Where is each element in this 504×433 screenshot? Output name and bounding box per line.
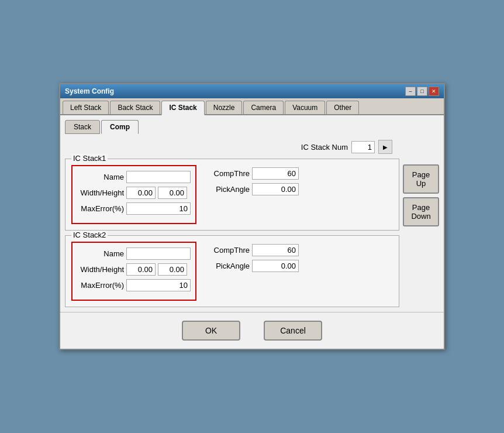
ic-stack-num-row: IC Stack Num ▶ (65, 140, 439, 154)
sub-tab-comp[interactable]: Comp (101, 120, 139, 134)
ic-stack2-maxerror-label: MaxError(%) (77, 281, 124, 290)
ic-stack2-group: IC Stack2 Name Width/Height (65, 235, 399, 307)
ic-stack1-height-input[interactable] (158, 187, 187, 199)
tab-left-stack[interactable]: Left Stack (63, 101, 109, 114)
tab-ic-stack[interactable]: IC Stack (161, 101, 204, 115)
main-window: System Config – □ ✕ Left Stack Back Stac… (59, 83, 445, 350)
ic-stack1-pickangle-label: PickAngle (206, 185, 250, 194)
ic-stack2-wh-label: Width/Height (77, 265, 124, 274)
bottom-bar: OK Cancel (60, 312, 444, 349)
window-title: System Config (65, 87, 114, 95)
ic-stack2-compthre-input[interactable] (252, 244, 299, 256)
tab-nozzle[interactable]: Nozzle (206, 101, 243, 114)
sub-tab-stack[interactable]: Stack (65, 120, 100, 134)
title-bar-controls: – □ ✕ (405, 87, 439, 96)
ic-stack2-title: IC Stack2 (71, 231, 108, 239)
ic-stack2-row: Name Width/Height MaxError(%) (71, 242, 393, 301)
ic-stack1-right-form: CompThre PickAngle (206, 165, 299, 199)
ic-stack2-width-input[interactable] (126, 263, 156, 276)
ic-stack2-name-input[interactable] (126, 248, 191, 260)
ic-stack2-red-box: Name Width/Height MaxError(%) (71, 242, 196, 301)
ic-stack2-pickangle-label: PickAngle (206, 262, 250, 270)
ic-stack1-name-input[interactable] (126, 171, 191, 183)
ok-button[interactable]: OK (182, 321, 240, 341)
play-button[interactable]: ▶ (378, 140, 392, 154)
ic-stack1-name-label: Name (77, 173, 124, 181)
restore-button[interactable]: □ (417, 87, 427, 96)
main-tab-bar: Left Stack Back Stack IC Stack Nozzle Ca… (60, 98, 444, 115)
ic-stack2-pickangle-row: PickAngle (206, 260, 299, 272)
ic-stack2-compthre-label: CompThre (206, 246, 250, 255)
ic-stack2-wh-row: Width/Height (77, 263, 191, 276)
ic-stack2-right-form: CompThre PickAngle (206, 242, 299, 276)
close-button[interactable]: ✕ (429, 87, 439, 96)
tab-back-stack[interactable]: Back Stack (110, 101, 160, 114)
tab-other[interactable]: Other (326, 101, 359, 114)
ic-stack1-red-box: Name Width/Height MaxError(%) (71, 165, 196, 224)
ic-stack2-maxerror-input[interactable] (126, 279, 191, 291)
ic-stack1-title: IC Stack1 (71, 154, 108, 163)
ic-stack1-pickangle-row: PickAngle (206, 183, 299, 195)
tab-vacuum[interactable]: Vacuum (285, 101, 325, 114)
ic-stack1-width-input[interactable] (126, 187, 156, 199)
body-area: IC Stack1 Name Width/Height (65, 159, 439, 307)
ic-stack-num-input[interactable] (351, 141, 375, 153)
ic-stack1-compthre-row: CompThre (206, 167, 299, 180)
tab-camera[interactable]: Camera (243, 101, 284, 114)
side-buttons: PageUp PageDown (403, 159, 439, 307)
ic-stack2-pickangle-input[interactable] (252, 260, 299, 272)
stacks-area: IC Stack1 Name Width/Height (65, 159, 399, 307)
cancel-button[interactable]: Cancel (264, 321, 322, 341)
ic-stack1-pickangle-input[interactable] (252, 183, 299, 195)
sub-tab-bar: Stack Comp (65, 120, 439, 134)
ic-stack1-compthre-input[interactable] (252, 167, 299, 180)
ic-stack1-maxerror-label: MaxError(%) (77, 204, 124, 213)
ic-stack1-row: Name Width/Height MaxError(%) (71, 165, 393, 224)
ic-stack1-name-row: Name (77, 171, 191, 183)
ic-stack2-compthre-row: CompThre (206, 244, 299, 256)
ic-stack2-height-input[interactable] (158, 263, 187, 276)
ic-stack1-maxerror-row: MaxError(%) (77, 202, 191, 215)
page-down-button[interactable]: PageDown (403, 197, 439, 226)
content-area: Stack Comp IC Stack Num ▶ IC Stack1 Nam (60, 115, 444, 312)
ic-stack-num-label: IC Stack Num (301, 143, 348, 152)
ic-stack1-maxerror-input[interactable] (126, 202, 191, 215)
ic-stack1-compthre-label: CompThre (206, 169, 250, 178)
ic-stack2-name-label: Name (77, 249, 124, 258)
page-up-button[interactable]: PageUp (403, 164, 439, 194)
minimize-button[interactable]: – (405, 87, 416, 96)
ic-stack2-maxerror-row: MaxError(%) (77, 279, 191, 291)
ic-stack1-wh-label: Width/Height (77, 188, 124, 197)
title-bar: System Config – □ ✕ (60, 84, 444, 98)
ic-stack1-group: IC Stack1 Name Width/Height (65, 159, 399, 231)
ic-stack2-name-row: Name (77, 248, 191, 260)
ic-stack1-wh-row: Width/Height (77, 187, 191, 199)
